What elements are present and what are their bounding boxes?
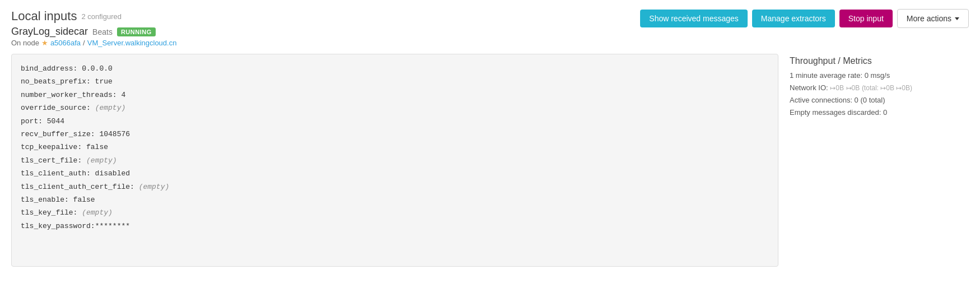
node-row: On node ★ a5066afa / VM_Server.walkingcl… bbox=[11, 39, 176, 47]
input-type: Beats bbox=[92, 27, 113, 36]
config-line: tls_key_file: (empty) bbox=[21, 206, 769, 219]
chevron-down-icon bbox=[955, 17, 959, 20]
metrics-network-io: Network IO: ↦0B ↦0B (total: ↦0B ↦0B) bbox=[790, 82, 969, 94]
config-line: recv_buffer_size: 1048576 bbox=[21, 128, 769, 141]
network-io-out: ↦0B bbox=[846, 84, 860, 92]
more-actions-button[interactable]: More actions bbox=[897, 9, 969, 28]
node-host-link[interactable]: VM_Server.walkingcloud.cn bbox=[87, 39, 177, 47]
show-messages-button[interactable]: Show received messages bbox=[640, 10, 748, 27]
config-line: tls_key_password:******** bbox=[21, 220, 769, 233]
config-line: tls_client_auth: disabled bbox=[21, 167, 769, 180]
input-name: GrayLog_sidecar bbox=[11, 26, 88, 38]
metrics-empty-messages: Empty messages discarded: 0 bbox=[790, 106, 969, 119]
status-badge: RUNNING bbox=[117, 27, 156, 36]
stop-input-button[interactable]: Stop input bbox=[839, 10, 893, 27]
config-line: override_source: (empty) bbox=[21, 101, 769, 114]
input-name-row: GrayLog_sidecar Beats RUNNING bbox=[11, 26, 176, 38]
config-line: tls_enable: false bbox=[21, 193, 769, 206]
config-line: tcp_keepalive: false bbox=[21, 141, 769, 154]
page-title-text: Local inputs bbox=[11, 9, 77, 24]
config-line: number_worker_threads: 4 bbox=[21, 89, 769, 101]
more-actions-label: More actions bbox=[907, 14, 951, 23]
configured-count: 2 configured bbox=[81, 12, 122, 21]
page-title: Local inputs 2 configured bbox=[11, 9, 176, 24]
config-line: no_beats_prefix: true bbox=[21, 75, 769, 88]
node-label-text: On node bbox=[11, 39, 39, 47]
network-io-total: (total: ↦0B ↦0B) bbox=[862, 84, 912, 92]
header-left: Local inputs 2 configured GrayLog_sideca… bbox=[11, 9, 176, 47]
node-separator: / bbox=[83, 39, 85, 47]
main-content: bind_address: 0.0.0.0no_beats_prefix: tr… bbox=[11, 54, 969, 267]
config-line: bind_address: 0.0.0.0 bbox=[21, 62, 769, 75]
config-panel: bind_address: 0.0.0.0no_beats_prefix: tr… bbox=[11, 54, 778, 267]
metrics-avg-rate: 1 minute average rate: 0 msg/s bbox=[790, 69, 969, 82]
network-io-label: Network IO: bbox=[790, 83, 828, 92]
config-line: tls_client_auth_cert_file: (empty) bbox=[21, 180, 769, 193]
network-io-in: ↦0B bbox=[830, 84, 844, 92]
metrics-title: Throughput / Metrics bbox=[790, 56, 969, 66]
page-header: Local inputs 2 configured GrayLog_sideca… bbox=[11, 9, 969, 47]
star-icon: ★ bbox=[41, 39, 48, 47]
node-id-link[interactable]: a5066afa bbox=[50, 39, 81, 47]
metrics-panel: Throughput / Metrics 1 minute average ra… bbox=[790, 54, 969, 267]
metrics-active-connections: Active connections: 0 (0 total) bbox=[790, 94, 969, 106]
header-actions: Show received messages Manage extractors… bbox=[640, 9, 969, 28]
config-line: tls_cert_file: (empty) bbox=[21, 154, 769, 167]
config-line: port: 5044 bbox=[21, 115, 769, 128]
manage-extractors-button[interactable]: Manage extractors bbox=[752, 10, 835, 27]
